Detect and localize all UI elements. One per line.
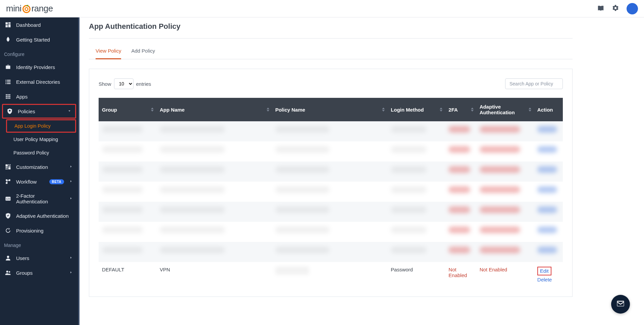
sidebar-item-label: Policies <box>18 109 35 114</box>
workflow-icon <box>5 178 11 185</box>
sidebar-item-label: Workflow <box>16 179 37 185</box>
sidebar-item-label: Apps <box>16 94 28 100</box>
shield-icon <box>6 108 13 115</box>
sidebar-item-label: Customization <box>16 164 48 170</box>
tab-label: Add Policy <box>131 48 155 54</box>
page-size-select[interactable]: 10 <box>114 78 133 89</box>
brand-right: range <box>32 3 53 14</box>
sidebar: Dashboard Getting Started Configure Iden… <box>0 17 79 325</box>
svg-text:123: 123 <box>6 197 10 200</box>
svg-point-0 <box>23 6 30 13</box>
col-app-name[interactable]: App Name <box>156 98 272 121</box>
sidebar-item-policies[interactable]: Policies <box>3 105 75 118</box>
table-row <box>99 202 563 222</box>
col-login-method[interactable]: Login Method <box>387 98 445 121</box>
menu-book-icon[interactable] <box>597 4 604 13</box>
list-icon <box>5 78 11 85</box>
sidebar-item-label: Getting Started <box>16 37 50 43</box>
sidebar-item-label: 2-Factor Authentication <box>16 193 59 204</box>
cell-policy-name <box>272 262 387 287</box>
chevron-right-icon <box>69 255 73 261</box>
brand-left: mini <box>6 3 21 14</box>
delete-link[interactable]: Delete <box>537 277 552 282</box>
sidebar-item-workflow[interactable]: Workflow BETA <box>0 174 78 189</box>
sidebar-item-apps[interactable]: Apps <box>0 89 78 104</box>
sidebar-item-users[interactable]: Users <box>0 251 78 265</box>
sidebar-item-groups[interactable]: Groups <box>0 265 78 280</box>
topbar-right <box>597 3 638 14</box>
brand-o-icon <box>22 3 31 14</box>
cell-app-name: VPN <box>156 262 272 287</box>
col-group[interactable]: Group <box>99 98 156 121</box>
dashboard-icon <box>5 21 11 28</box>
chevron-right-icon <box>69 196 73 202</box>
person-icon <box>5 255 11 261</box>
sidebar-item-password-policy[interactable]: Password Policy <box>0 146 78 159</box>
shieldcheck-icon <box>5 212 11 219</box>
table-row <box>99 161 563 182</box>
avatar[interactable] <box>627 3 638 14</box>
sidebar-item-dashboard[interactable]: Dashboard <box>0 17 78 32</box>
table-row: DEFAULTVPNPasswordNot EnabledNot Enabled… <box>99 262 563 287</box>
sidebar-item-label: Users <box>16 255 29 261</box>
svg-point-5 <box>7 256 9 258</box>
chevron-right-icon <box>69 164 73 170</box>
search-input[interactable] <box>505 78 563 89</box>
show-label: Show <box>99 81 111 87</box>
tab-add-policy[interactable]: Add Policy <box>131 48 155 59</box>
contact-fab[interactable] <box>611 295 630 314</box>
policy-card: Show 10 entries Group <box>89 69 573 297</box>
customize-icon <box>5 164 11 170</box>
svg-point-6 <box>6 271 8 273</box>
cell-group: DEFAULT <box>99 262 156 287</box>
cell-2fa: Not Enabled <box>445 262 476 287</box>
tab-view-policy[interactable]: View Policy <box>96 48 121 59</box>
chevron-right-icon <box>69 270 73 276</box>
sidebar-item-identity-providers[interactable]: Identity Providers <box>0 60 78 74</box>
gear-icon[interactable] <box>612 4 619 13</box>
table-row <box>99 182 563 202</box>
cell-adaptive: Not Enabled <box>476 262 534 287</box>
table-header-row: Group App Name Policy Name <box>99 98 563 121</box>
sidebar-item-label: Identity Providers <box>16 64 55 70</box>
mail-icon <box>616 299 625 310</box>
entries-selector: Show 10 entries <box>99 78 151 89</box>
table-row <box>99 242 563 262</box>
sidebar-section-manage: Manage <box>0 238 78 251</box>
col-action: Action <box>534 98 563 121</box>
sidebar-item-app-login-policy[interactable]: App Login Policy <box>7 120 75 132</box>
sidebar-item-label: Adaptive Authentication <box>16 213 69 219</box>
col-adaptive-auth[interactable]: Adaptive Authentication <box>476 98 534 121</box>
sidebar-item-label: User Policy Mapping <box>13 137 58 142</box>
col-2fa[interactable]: 2FA <box>445 98 476 121</box>
sidebar-item-external-directories[interactable]: External Directories <box>0 74 78 89</box>
beta-badge: BETA <box>49 179 64 184</box>
sidebar-item-provisioning[interactable]: Provisioning <box>0 223 78 238</box>
sidebar-item-label: External Directories <box>16 79 60 85</box>
entries-label: entries <box>136 81 151 87</box>
table-row <box>99 121 563 141</box>
sidebar-item-adaptive-auth[interactable]: Adaptive Authentication <box>0 208 78 223</box>
topbar: mini range <box>0 0 644 17</box>
cell-action: EditDelete <box>534 262 563 287</box>
sidebar-item-label: Password Policy <box>13 150 49 155</box>
sidebar-section-configure: Configure <box>0 47 78 60</box>
col-policy-name[interactable]: Policy Name <box>272 98 387 121</box>
twofa-icon: 123 <box>5 195 11 202</box>
table-row <box>99 141 563 161</box>
apps-icon <box>5 93 11 100</box>
sidebar-item-customization[interactable]: Customization <box>0 159 78 174</box>
sidebar-item-user-policy-mapping[interactable]: User Policy Mapping <box>0 133 78 146</box>
rocket-icon <box>5 36 11 43</box>
edit-link[interactable]: Edit <box>540 268 549 274</box>
tab-label: View Policy <box>96 48 121 54</box>
table-row <box>99 222 563 242</box>
page-title: App Authentication Policy <box>89 20 573 39</box>
chevron-right-icon <box>69 179 73 185</box>
main-content: App Authentication Policy View Policy Ad… <box>79 17 644 325</box>
brand-logo[interactable]: mini range <box>6 0 53 17</box>
people-icon <box>5 269 11 276</box>
sidebar-item-getting-started[interactable]: Getting Started <box>0 32 78 47</box>
sidebar-item-2fa[interactable]: 123 2-Factor Authentication <box>0 189 78 208</box>
tabs: View Policy Add Policy <box>89 39 573 59</box>
